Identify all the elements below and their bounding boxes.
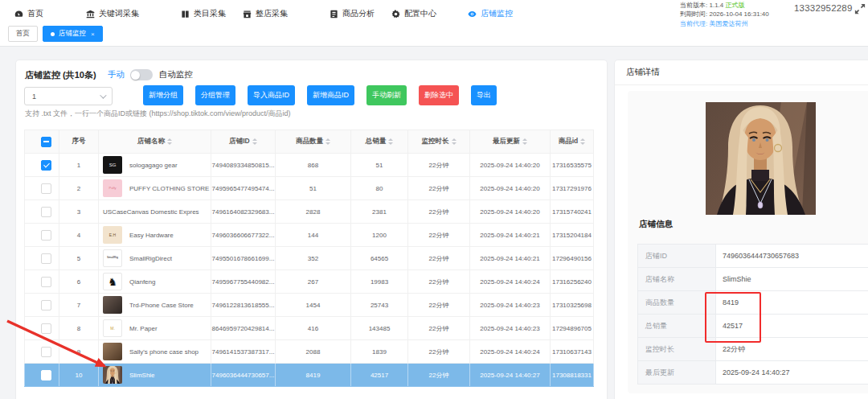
group-select[interactable]: 1 (24, 87, 113, 105)
toolbar: 1 新增分组分组管理导入商品ID新增商品ID手动刷新删除选中导出 (24, 85, 497, 106)
sort-icon[interactable] (522, 138, 527, 145)
sort-icon[interactable] (452, 138, 457, 145)
gear-icon (391, 10, 400, 19)
info-row: 店铺名称 SlimShie (638, 268, 868, 291)
info-row: 总销量 42517 (638, 315, 868, 338)
column-header[interactable]: 店铺名称 (99, 130, 211, 153)
nav-item-bank[interactable]: 关键词采集 (86, 8, 139, 19)
table-row[interactable]: 9 Sally's phone case shop 74961415373873… (24, 340, 594, 364)
shop-avatar (103, 343, 122, 360)
toolbar-button[interactable]: 删除选中 (419, 85, 459, 105)
toolbar-button[interactable]: 导出 (471, 85, 497, 105)
sort-icon[interactable] (252, 138, 257, 145)
version-tag: 正式版 (726, 2, 745, 9)
row-checkbox[interactable] (41, 277, 51, 287)
toolbar-button[interactable]: 新增商品ID (307, 85, 354, 105)
shop-avatar (103, 296, 122, 314)
fullscreen-icon[interactable] (854, 3, 866, 14)
eye-icon (468, 10, 477, 19)
report-icon (330, 10, 338, 19)
sort-icon[interactable] (326, 138, 330, 145)
version-label: 当前版本: (680, 2, 707, 9)
column-header[interactable]: 最后更新 (470, 130, 551, 153)
sort-icon[interactable] (388, 138, 393, 145)
expire-label: 到期时间: (680, 10, 707, 18)
table-row[interactable]: 4 E.HEasy Hardware 7496036606677322... 1… (24, 224, 594, 247)
nav-item-eye[interactable]: 店铺监控 (468, 8, 513, 19)
row-checkbox[interactable] (41, 253, 51, 264)
row-checkbox[interactable] (41, 207, 51, 217)
info-row: 监控时长 22分钟 (638, 338, 868, 361)
select-all-checkbox[interactable] (41, 137, 51, 147)
detail-panel: 店铺详情 店铺信息 店铺ID 7496036444730657683 店铺名称 … (615, 60, 868, 399)
toolbar-button[interactable]: 新增分组 (143, 85, 183, 105)
nav-item-book[interactable]: 类目采集 (181, 8, 226, 19)
shop-avatar: Puffy (103, 179, 122, 197)
toolbar-button[interactable]: 手动刷新 (366, 85, 407, 105)
column-header[interactable]: 序号 (59, 130, 99, 153)
top-header: 首页 关键词采集 类目采集 整店采集 商品分析 配置中心 店铺监控 当前版本: … (0, 0, 868, 47)
row-checkbox[interactable] (41, 230, 51, 241)
active-dot (51, 32, 55, 36)
chevron-down-icon (100, 92, 106, 98)
main-nav: 首页 关键词采集 类目采集 整店采集 商品分析 配置中心 店铺监控 (14, 5, 513, 23)
dashboard-icon (14, 10, 23, 19)
shop-avatar: SG (103, 156, 122, 174)
monitor-panel: 店铺监控 (共10条) 手动 自动监控 1 新增分组分组管理导入商品ID新增商品… (16, 60, 607, 399)
tab-home[interactable]: 首页 (8, 26, 38, 42)
table-row[interactable]: 8 M.Mr. Paper 8646959720429814... 416 14… (24, 317, 594, 340)
table-row[interactable]: 5 SmallRigSmallRigDirect 749550167866169… (24, 247, 594, 270)
shop-info-table: 店铺ID 7496036444730657683 店铺名称 SlimShie 商… (637, 244, 868, 385)
auto-monitor-label: 自动监控 (159, 69, 193, 80)
detail-title: 店铺详情 (615, 60, 868, 85)
shop-avatar: SmallRig (103, 249, 122, 267)
book-icon (181, 10, 190, 19)
shop-avatar: E.H (103, 226, 122, 244)
info-row: 最后更新 2025-09-24 14:40:27 (638, 361, 868, 385)
table-row[interactable]: 3 USCaseCanvas Domestic Expres 749616408… (24, 200, 594, 224)
table-row[interactable]: 6 ♞Qianfeng 7495967755440982... 267 1998… (24, 270, 594, 294)
panel-title: 店铺监控 (共10条) (25, 69, 96, 81)
nav-item-dashboard[interactable]: 首页 (14, 8, 43, 19)
column-header[interactable]: 商品数量 (276, 130, 351, 153)
sort-icon[interactable] (580, 138, 585, 145)
row-checkbox[interactable] (41, 323, 51, 334)
version-value: 1.1.4 (709, 2, 723, 9)
column-header[interactable]: 店铺ID (211, 130, 276, 153)
auto-monitor-toggle[interactable] (130, 69, 153, 80)
row-checkbox[interactable] (41, 347, 51, 357)
shop-avatar: ♞ (103, 273, 122, 290)
row-checkbox[interactable] (41, 370, 51, 380)
toolbar-button[interactable]: 导入商品ID (248, 85, 295, 105)
column-header[interactable]: 商品id (551, 130, 594, 153)
nav-item-shop[interactable]: 整店采集 (243, 8, 288, 19)
info-row: 店铺ID 7496036444730657683 (638, 245, 868, 268)
shops-table: 序号 店铺名称 店铺ID 商品数量 总销量 监控时长 最后更新 商品id 1 S… (24, 130, 595, 387)
proxy-label: 当前代理: (680, 20, 707, 27)
close-tab-icon[interactable]: × (91, 31, 95, 38)
nav-item-report[interactable]: 商品分析 (330, 8, 375, 19)
table-row[interactable]: 10 SlimShie 7496036444730657... 8419 425… (24, 364, 594, 387)
row-checkbox[interactable] (41, 300, 51, 311)
table-row[interactable]: 1 SGsologagago gear 7494089334850815... … (24, 154, 594, 177)
row-checkbox[interactable] (41, 160, 51, 171)
table-row[interactable]: 7 Trd-Phone Case Store 7496122813618555.… (24, 294, 594, 317)
column-header[interactable]: 总销量 (351, 130, 408, 153)
tab-shop-monitor[interactable]: 店铺监控× (43, 26, 103, 42)
shop-info-title: 店铺信息 (639, 219, 673, 230)
row-checkbox[interactable] (41, 183, 51, 194)
toolbar-button[interactable]: 分组管理 (195, 85, 235, 105)
sort-icon[interactable] (167, 138, 172, 145)
tab-bar: 首页 店铺监控× (8, 26, 108, 42)
table-row[interactable]: 2 PuffyPUFFY CLOTHING STORE 749596547749… (24, 177, 594, 200)
shop-avatar (103, 366, 122, 384)
shop-avatar: M. (103, 319, 122, 337)
shop-icon (243, 10, 252, 19)
column-header[interactable]: 监控时长 (408, 130, 470, 153)
phone-number: 13332952289 (794, 3, 853, 13)
nav-item-gear[interactable]: 配置中心 (391, 8, 436, 19)
bank-icon (86, 10, 95, 19)
system-info: 当前版本: 1.1.4 正式版 到期时间: 2026-10-04 16:31:4… (680, 1, 769, 28)
table-header: 序号 店铺名称 店铺ID 商品数量 总销量 监控时长 最后更新 商品id (24, 130, 594, 154)
expire-value: 2026-10-04 16:31:40 (709, 10, 768, 18)
